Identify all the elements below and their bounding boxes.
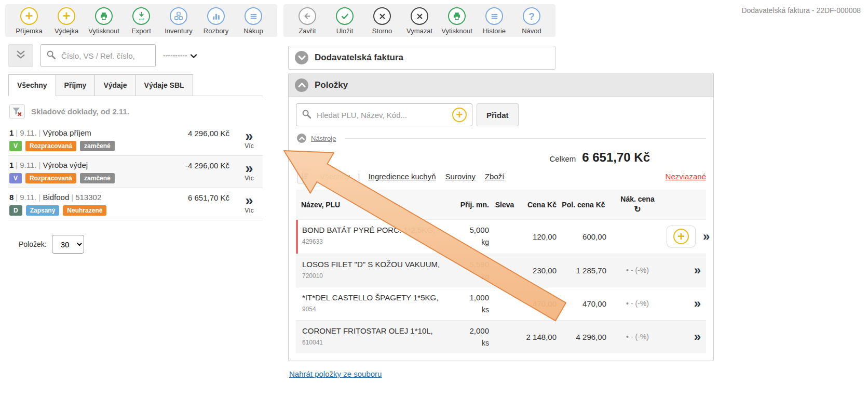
- expand-filters-button[interactable]: [8, 44, 33, 67]
- tools-link[interactable]: Nástroje: [311, 135, 336, 142]
- document-row[interactable]: 1|9.11.|Výroba příjemVRozpracovanázamčen…: [8, 124, 263, 156]
- dropdown-value: ----------: [163, 51, 187, 60]
- toolbar-button-rozbory[interactable]: Rozbory: [197, 7, 235, 35]
- filter-all-link[interactable]: Všechny: [320, 172, 350, 181]
- quick-add-icon[interactable]: +: [452, 108, 467, 122]
- status-badge: V: [9, 141, 22, 151]
- row-more-icon[interactable]: »: [694, 264, 701, 276]
- item-price: 230,00: [518, 266, 559, 275]
- toolbar-button-zavrit[interactable]: Zavřít: [289, 7, 326, 35]
- toolbar-button-vytisknout[interactable]: Vytisknout: [85, 7, 123, 35]
- document-list-sidebar: ---------- VšechnyPříjmyVýdajeVýdaje SBL…: [8, 44, 263, 254]
- item-qty: 1,000: [447, 293, 489, 302]
- col-qty[interactable]: Přij. mn.: [447, 201, 491, 209]
- item-qty: 5,590: [447, 260, 489, 269]
- item-unit: kg: [447, 238, 489, 246]
- chevron-down-icon: [191, 51, 197, 60]
- filter-unlinked-link[interactable]: Nezviazané: [666, 172, 706, 181]
- chevron-up-circle-icon: [295, 78, 308, 92]
- sort-icon[interactable]: [297, 169, 311, 183]
- document-list: 1|9.11.|Výroba příjemVRozpracovanázamčen…: [8, 124, 263, 220]
- document-amount: -4 296,00 Kč: [185, 161, 229, 183]
- status-badge: zamčené: [80, 173, 115, 183]
- double-chevron-right-icon: »: [245, 130, 253, 142]
- toolbar-button-vytisknout-doklad[interactable]: Vytisknout: [438, 7, 476, 35]
- more-button[interactable]: »Víc: [237, 128, 262, 151]
- invoice-section-title: Dodavatelská faktura: [315, 52, 403, 63]
- chevron-down-circle-icon: [295, 51, 308, 64]
- per-page-label: Položek:: [19, 240, 47, 248]
- double-chevron-right-icon: »: [245, 162, 253, 175]
- toolbar-button-ulozit[interactable]: Uložit: [326, 7, 363, 35]
- item-unit: ks: [447, 339, 489, 347]
- row-more-icon[interactable]: »: [694, 297, 701, 310]
- menu-lines-icon: [485, 7, 503, 25]
- add-to-stock-button[interactable]: +: [667, 226, 696, 247]
- document-amount: 4 296,00 Kč: [188, 128, 229, 151]
- item-search: +: [296, 103, 472, 126]
- upload-items-link[interactable]: Nahrát položky ze souboru: [289, 369, 382, 378]
- row-more-icon[interactable]: »: [703, 230, 710, 243]
- filter-link-1[interactable]: Suroviny: [445, 172, 476, 181]
- filter-link-0[interactable]: Ingredience kuchyň: [368, 172, 436, 181]
- document-tabs: VšechnyPříjmyVýdajeVýdaje SBL: [8, 74, 263, 96]
- refresh-icon[interactable]: ↻: [611, 204, 664, 214]
- filter-link-2[interactable]: Zboží: [485, 172, 505, 181]
- status-badge: zamčené: [80, 141, 115, 151]
- toolbar-button-inventury[interactable]: Inventury: [160, 7, 197, 35]
- document-type-dropdown[interactable]: ----------: [163, 51, 197, 60]
- toolbar-button-nakup[interactable]: Nákup: [235, 7, 272, 35]
- divider: |: [358, 172, 360, 181]
- row-more-icon[interactable]: »: [694, 330, 701, 343]
- clear-filter-icon[interactable]: [9, 104, 25, 118]
- sidebar-tab-1[interactable]: Příjmy: [56, 74, 96, 96]
- double-chevron-down-icon: [15, 50, 26, 62]
- bar-chart-icon: [207, 7, 225, 25]
- toolbar-group-documents: +Příjemka+VýdejkaVytisknoutxmlExportInve…: [5, 4, 277, 37]
- status-badge: Rozpracovaná: [25, 141, 76, 151]
- col-line-total[interactable]: Pol. cena Kč: [559, 201, 608, 209]
- col-price[interactable]: Cena Kč: [518, 201, 559, 209]
- printer-icon: [448, 7, 466, 25]
- items-panel: Položky + Přidat Nástroje: [288, 73, 714, 361]
- item-category-filters: Všechny | Ingredience kuchyňSurovinyZbož…: [297, 169, 706, 183]
- sidebar-tab-2[interactable]: Výdaje: [94, 74, 135, 96]
- toolbar-button-navod[interactable]: ?Návod: [513, 7, 550, 35]
- items-section-title: Položky: [315, 80, 348, 90]
- more-button[interactable]: »Víc: [237, 193, 262, 216]
- item-qty: 5,000: [447, 226, 489, 234]
- toolbar-button-storno[interactable]: Storno: [363, 7, 401, 35]
- table-row[interactable]: LOSOS FILET "D" S KOŽOU VAKUUM,7200105,5…: [296, 254, 706, 287]
- toolbar-button-vydejka[interactable]: +Výdejka: [48, 7, 85, 35]
- table-row[interactable]: CORONET FRITOSTAR OLEJ 1*10L,6100412,000…: [296, 320, 706, 353]
- sidebar-tab-3[interactable]: Výdaje SBL: [135, 74, 193, 96]
- invoice-section-header[interactable]: Dodavatelská faktura: [288, 46, 555, 70]
- item-line-total: 1 285,70: [559, 266, 608, 275]
- col-name-plu[interactable]: Název, PLU: [296, 201, 447, 209]
- col-discount[interactable]: Sleva: [491, 201, 518, 209]
- document-row[interactable]: 1|9.11.|Výroba výdejVRozpracovanázamčené…: [8, 156, 263, 188]
- more-button[interactable]: »Víc: [237, 161, 262, 183]
- status-badge: V: [9, 173, 22, 183]
- x-icon: [411, 7, 428, 25]
- item-line-total: 4 296,00: [559, 333, 608, 341]
- document-search-input[interactable]: [60, 51, 150, 61]
- toolbar-button-export[interactable]: xmlExport: [123, 7, 160, 35]
- document-row[interactable]: 8|9.11.|Bidfood|513302DZapsanýNeuhrazené…: [8, 188, 263, 220]
- table-row[interactable]: BOND BATÁT PYRÉ PORC. 1*2,5KG,4296335,00…: [296, 219, 706, 254]
- toolbar-button-historie[interactable]: Historie: [476, 7, 513, 35]
- sidebar-tab-0[interactable]: Všechny: [8, 74, 56, 96]
- toolbar-button-vymazat[interactable]: Vymazat: [401, 7, 438, 35]
- printer-icon: [95, 7, 113, 25]
- menu-lines-icon: [245, 7, 262, 25]
- toolbar-button-prijemka[interactable]: +Příjemka: [10, 7, 48, 35]
- item-purchase-price: • - (-%): [608, 299, 667, 308]
- per-page-select[interactable]: 30: [52, 235, 84, 254]
- col-purchase-price[interactable]: Nák. cena ↻: [608, 195, 667, 214]
- item-search-input[interactable]: [316, 110, 448, 120]
- question-icon: ?: [523, 7, 540, 25]
- toolbar-group-invoice: ZavřítUložitStornoVymazatVytisknoutHisto…: [283, 4, 555, 37]
- add-item-button[interactable]: Přidat: [477, 103, 519, 126]
- table-row[interactable]: *IT*DEL CASTELLO ŠPAGETY 1*5KG,90541,000…: [296, 287, 706, 320]
- items-section-header[interactable]: Položky: [289, 73, 713, 97]
